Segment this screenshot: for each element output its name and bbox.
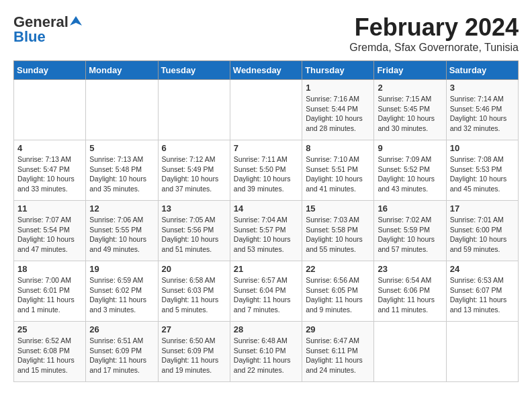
day-detail: Sunrise: 6:56 AMSunset: 6:05 PMDaylight:… <box>306 275 370 315</box>
header-wednesday: Wednesday <box>230 61 302 80</box>
calendar-cell: 7 Sunrise: 7:11 AMSunset: 5:50 PMDayligh… <box>230 140 302 201</box>
header-monday: Monday <box>86 61 158 80</box>
calendar-cell: 21 Sunrise: 6:57 AMSunset: 6:04 PMDaylig… <box>230 261 302 322</box>
day-detail: Sunrise: 7:16 AMSunset: 5:44 PMDaylight:… <box>306 94 370 134</box>
calendar-week-row: 4 Sunrise: 7:13 AMSunset: 5:47 PMDayligh… <box>14 140 519 201</box>
day-detail: Sunrise: 7:04 AMSunset: 5:57 PMDaylight:… <box>234 215 298 255</box>
day-detail: Sunrise: 7:10 AMSunset: 5:51 PMDaylight:… <box>306 154 370 194</box>
day-detail: Sunrise: 7:02 AMSunset: 5:59 PMDaylight:… <box>378 215 442 255</box>
calendar-cell: 14 Sunrise: 7:04 AMSunset: 5:57 PMDaylig… <box>230 201 302 261</box>
day-detail: Sunrise: 6:51 AMSunset: 6:09 PMDaylight:… <box>89 336 154 375</box>
day-number: 14 <box>234 203 298 214</box>
day-detail: Sunrise: 6:47 AMSunset: 6:11 PMDaylight:… <box>306 336 370 375</box>
calendar-cell: 3 Sunrise: 7:14 AMSunset: 5:46 PMDayligh… <box>446 80 518 140</box>
day-number: 22 <box>306 264 370 274</box>
day-number: 25 <box>17 324 82 334</box>
day-number: 5 <box>89 143 154 153</box>
calendar-cell <box>230 80 302 140</box>
day-number: 10 <box>450 143 515 153</box>
day-number: 8 <box>306 143 370 153</box>
day-number: 21 <box>234 264 298 274</box>
day-number: 3 <box>450 83 515 93</box>
title-block: February 2024 Gremda, Sfax Governorate, … <box>349 13 519 54</box>
calendar-cell: 15 Sunrise: 7:03 AMSunset: 5:58 PMDaylig… <box>302 201 374 261</box>
day-number: 24 <box>450 264 515 274</box>
calendar-cell: 22 Sunrise: 6:56 AMSunset: 6:05 PMDaylig… <box>302 261 374 322</box>
calendar-cell <box>158 80 230 140</box>
day-number: 26 <box>89 324 154 334</box>
calendar-cell: 9 Sunrise: 7:09 AMSunset: 5:52 PMDayligh… <box>374 140 446 201</box>
day-number: 2 <box>378 83 442 93</box>
calendar-cell <box>86 80 158 140</box>
day-number: 4 <box>17 143 82 153</box>
day-number: 9 <box>378 143 442 153</box>
day-number: 15 <box>306 203 370 214</box>
calendar-cell: 1 Sunrise: 7:16 AMSunset: 5:44 PMDayligh… <box>302 80 374 140</box>
day-detail: Sunrise: 7:13 AMSunset: 5:48 PMDaylight:… <box>89 154 154 194</box>
day-detail: Sunrise: 6:54 AMSunset: 6:06 PMDaylight:… <box>378 275 442 315</box>
day-detail: Sunrise: 6:48 AMSunset: 6:10 PMDaylight:… <box>234 336 298 375</box>
day-detail: Sunrise: 7:14 AMSunset: 5:46 PMDaylight:… <box>450 94 515 134</box>
day-number: 18 <box>17 264 82 274</box>
day-number: 20 <box>162 264 226 274</box>
logo-bird-icon <box>70 15 82 27</box>
calendar-cell: 2 Sunrise: 7:15 AMSunset: 5:45 PMDayligh… <box>374 80 446 140</box>
day-number: 19 <box>89 264 154 274</box>
day-detail: Sunrise: 7:12 AMSunset: 5:49 PMDaylight:… <box>162 154 226 194</box>
header-sunday: Sunday <box>14 61 86 80</box>
day-detail: Sunrise: 7:08 AMSunset: 5:53 PMDaylight:… <box>450 154 515 194</box>
calendar-cell: 4 Sunrise: 7:13 AMSunset: 5:47 PMDayligh… <box>14 140 86 201</box>
calendar-week-row: 11 Sunrise: 7:07 AMSunset: 5:54 PMDaylig… <box>14 201 519 261</box>
day-detail: Sunrise: 7:15 AMSunset: 5:45 PMDaylight:… <box>378 94 442 134</box>
calendar-cell: 18 Sunrise: 7:00 AMSunset: 6:01 PMDaylig… <box>14 261 86 322</box>
calendar-cell <box>374 322 446 382</box>
svg-marker-0 <box>70 16 82 26</box>
day-number: 17 <box>450 203 515 214</box>
day-number: 6 <box>162 143 226 153</box>
header-tuesday: Tuesday <box>158 61 230 80</box>
day-number: 11 <box>17 203 82 214</box>
day-number: 23 <box>378 264 442 274</box>
calendar-week-row: 18 Sunrise: 7:00 AMSunset: 6:01 PMDaylig… <box>14 261 519 322</box>
day-detail: Sunrise: 7:09 AMSunset: 5:52 PMDaylight:… <box>378 154 442 194</box>
day-detail: Sunrise: 6:52 AMSunset: 6:08 PMDaylight:… <box>17 336 82 375</box>
day-number: 1 <box>306 83 370 93</box>
calendar-cell: 27 Sunrise: 6:50 AMSunset: 6:09 PMDaylig… <box>158 322 230 382</box>
calendar-cell: 5 Sunrise: 7:13 AMSunset: 5:48 PMDayligh… <box>86 140 158 201</box>
calendar-table: Sunday Monday Tuesday Wednesday Thursday… <box>13 60 519 382</box>
calendar-cell: 12 Sunrise: 7:06 AMSunset: 5:55 PMDaylig… <box>86 201 158 261</box>
calendar-cell: 8 Sunrise: 7:10 AMSunset: 5:51 PMDayligh… <box>302 140 374 201</box>
day-number: 7 <box>234 143 298 153</box>
header-saturday: Saturday <box>446 61 518 80</box>
calendar-cell: 6 Sunrise: 7:12 AMSunset: 5:49 PMDayligh… <box>158 140 230 201</box>
calendar-cell: 11 Sunrise: 7:07 AMSunset: 5:54 PMDaylig… <box>14 201 86 261</box>
day-detail: Sunrise: 6:59 AMSunset: 6:02 PMDaylight:… <box>89 275 154 315</box>
header-friday: Friday <box>374 61 446 80</box>
calendar-cell <box>446 322 518 382</box>
calendar-cell: 24 Sunrise: 6:53 AMSunset: 6:07 PMDaylig… <box>446 261 518 322</box>
calendar-cell: 26 Sunrise: 6:51 AMSunset: 6:09 PMDaylig… <box>86 322 158 382</box>
day-detail: Sunrise: 7:13 AMSunset: 5:47 PMDaylight:… <box>17 154 82 194</box>
day-detail: Sunrise: 7:11 AMSunset: 5:50 PMDaylight:… <box>234 154 298 194</box>
calendar-cell: 17 Sunrise: 7:01 AMSunset: 6:00 PMDaylig… <box>446 201 518 261</box>
day-detail: Sunrise: 7:05 AMSunset: 5:56 PMDaylight:… <box>162 215 226 255</box>
header-thursday: Thursday <box>302 61 374 80</box>
day-detail: Sunrise: 7:07 AMSunset: 5:54 PMDaylight:… <box>17 215 82 255</box>
day-number: 28 <box>234 324 298 334</box>
calendar-cell: 10 Sunrise: 7:08 AMSunset: 5:53 PMDaylig… <box>446 140 518 201</box>
day-detail: Sunrise: 6:57 AMSunset: 6:04 PMDaylight:… <box>234 275 298 315</box>
day-number: 29 <box>306 324 370 334</box>
day-number: 13 <box>162 203 226 214</box>
calendar-cell: 19 Sunrise: 6:59 AMSunset: 6:02 PMDaylig… <box>86 261 158 322</box>
day-number: 12 <box>89 203 154 214</box>
calendar-week-row: 1 Sunrise: 7:16 AMSunset: 5:44 PMDayligh… <box>14 80 519 140</box>
calendar-cell: 16 Sunrise: 7:02 AMSunset: 5:59 PMDaylig… <box>374 201 446 261</box>
day-detail: Sunrise: 7:03 AMSunset: 5:58 PMDaylight:… <box>306 215 370 255</box>
page-header: General Blue February 2024 Gremda, Sfax … <box>13 13 519 54</box>
day-detail: Sunrise: 6:50 AMSunset: 6:09 PMDaylight:… <box>162 336 226 375</box>
day-detail: Sunrise: 6:53 AMSunset: 6:07 PMDaylight:… <box>450 275 515 315</box>
day-detail: Sunrise: 7:01 AMSunset: 6:00 PMDaylight:… <box>450 215 515 255</box>
month-title: February 2024 <box>349 13 519 42</box>
location-subtitle: Gremda, Sfax Governorate, Tunisia <box>349 42 519 54</box>
calendar-week-row: 25 Sunrise: 6:52 AMSunset: 6:08 PMDaylig… <box>14 322 519 382</box>
